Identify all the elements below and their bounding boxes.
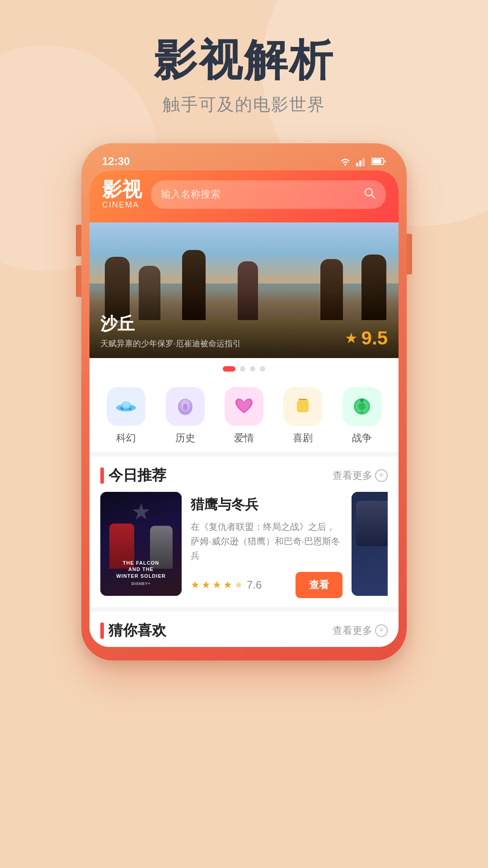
banner-section[interactable]: 沙丘 天赋异禀的少年保罗·厄崔迪被命运指引 ★ 9.5 xyxy=(89,222,399,358)
star-3: ★ xyxy=(212,579,221,591)
section-more-daily[interactable]: 查看更多 + xyxy=(333,469,388,482)
category-comedy-icon xyxy=(283,387,322,426)
section-accent xyxy=(100,467,104,484)
svg-rect-5 xyxy=(372,159,381,164)
signal-icon xyxy=(356,156,367,166)
category-romance-label: 爱情 xyxy=(234,431,254,445)
stars-falcon: ★ ★ ★ ★ ★ xyxy=(191,579,243,591)
category-scifi[interactable]: 科幻 xyxy=(107,387,145,445)
more-circle-daily[interactable]: + xyxy=(375,469,388,482)
battery-icon xyxy=(371,157,386,165)
romance-svg xyxy=(232,394,256,419)
partial-image xyxy=(356,501,388,546)
more-text-daily: 查看更多 xyxy=(333,469,372,482)
daily-recommend-header: 今日推荐 查看更多 + xyxy=(89,457,399,492)
star-4: ★ xyxy=(223,579,232,591)
category-romance[interactable]: 爱情 xyxy=(225,387,263,445)
svg-point-12 xyxy=(123,402,129,407)
guess-like-header: 猜你喜欢 查看更多 + xyxy=(89,612,399,647)
app-header: 影视 CINEMA 输入名称搜索 xyxy=(89,170,399,222)
category-history[interactable]: 历史 xyxy=(166,387,205,445)
guess-title-wrap: 猜你喜欢 xyxy=(100,621,166,641)
svg-rect-22 xyxy=(299,399,307,400)
section-title-daily: 今日推荐 xyxy=(108,466,166,486)
svg-point-14 xyxy=(129,408,131,410)
banner-score: 9.5 xyxy=(361,327,388,349)
movie-footer-falcon: ★ ★ ★ ★ ★ 7.6 查看 xyxy=(191,572,343,598)
svg-point-27 xyxy=(361,411,363,414)
more-circle-guess[interactable]: + xyxy=(375,624,388,637)
dot-2[interactable] xyxy=(240,366,245,372)
banner-info: 沙丘 天赋异禀的少年保罗·厄崔迪被命运指引 ★ 9.5 xyxy=(100,312,388,349)
page-title: 影视解析 xyxy=(0,36,488,84)
svg-rect-2 xyxy=(359,160,361,166)
svg-rect-3 xyxy=(362,158,365,166)
movie-card-falcon[interactable]: ★ THE FALCONAND THEWINTER SOLDIER Disney… xyxy=(100,492,343,598)
svg-point-13 xyxy=(121,407,123,410)
comedy-svg xyxy=(291,394,315,419)
search-bar[interactable]: 输入名称搜索 xyxy=(151,180,386,209)
star-1: ★ xyxy=(191,579,200,591)
category-romance-icon xyxy=(225,387,263,426)
war-svg xyxy=(350,394,374,419)
app-logo-english: CINEMA xyxy=(102,200,142,210)
category-war[interactable]: 战争 xyxy=(343,387,381,445)
svg-point-26 xyxy=(360,399,364,402)
search-placeholder: 输入名称搜索 xyxy=(161,188,221,201)
star-2: ★ xyxy=(202,579,211,591)
category-comedy-label: 喜剧 xyxy=(293,431,313,445)
status-time: 12:30 xyxy=(102,155,130,168)
svg-point-18 xyxy=(183,404,188,410)
banner-dots xyxy=(89,358,399,376)
dot-4[interactable] xyxy=(260,366,265,372)
divider-1 xyxy=(89,452,399,457)
svg-rect-21 xyxy=(297,401,309,412)
watch-button-falcon[interactable]: 查看 xyxy=(296,572,343,598)
category-history-label: 历史 xyxy=(175,431,195,445)
app-logo: 影视 CINEMA xyxy=(102,179,142,210)
movie-card-partial[interactable] xyxy=(352,492,388,598)
movie-desc-falcon: 在《复仇者联盟：终局之战》之后，萨姆·威尔逊（猎鹰）和巴奇·巴恩斯冬兵 xyxy=(191,519,343,563)
movie-title-falcon: 猎鹰与冬兵 xyxy=(191,495,343,514)
banner-image[interactable]: 沙丘 天赋异禀的少年保罗·厄崔迪被命运指引 ★ 9.5 xyxy=(89,222,399,358)
wifi-icon xyxy=(339,156,352,166)
history-svg xyxy=(173,394,197,419)
dot-1[interactable] xyxy=(223,366,235,372)
movie-info-falcon: 猎鹰与冬兵 在《复仇者联盟：终局之战》之后，萨姆·威尔逊（猎鹰）和巴奇·巴恩斯冬… xyxy=(191,492,343,598)
svg-point-25 xyxy=(358,403,366,410)
app-screen: 影视 CINEMA 输入名称搜索 xyxy=(89,170,399,647)
status-icons xyxy=(339,156,386,166)
category-comedy[interactable]: 喜剧 xyxy=(283,387,322,445)
star-5-half: ★ xyxy=(234,579,243,591)
banner-desc: 天赋异禀的少年保罗·厄崔迪被命运指引 xyxy=(100,338,241,349)
banner-rating: ★ 9.5 xyxy=(345,327,388,349)
svg-rect-6 xyxy=(384,160,386,163)
poster-title-text: THE FALCONAND THEWINTER SOLDIER Disney+ xyxy=(105,560,177,586)
poster-star-deco: ★ xyxy=(131,499,151,525)
partial-poster xyxy=(352,492,388,596)
guess-accent xyxy=(100,623,104,639)
search-icon[interactable] xyxy=(363,187,376,203)
section-title-guess: 猜你喜欢 xyxy=(108,621,166,641)
banner-star-icon: ★ xyxy=(345,330,358,347)
svg-line-8 xyxy=(371,195,375,198)
movie-poster-falcon[interactable]: ★ THE FALCONAND THEWINTER SOLDIER Disney… xyxy=(100,492,182,596)
dot-3[interactable] xyxy=(250,366,255,372)
status-bar: 12:30 xyxy=(89,151,399,170)
category-war-label: 战争 xyxy=(352,431,372,445)
section-title-wrap: 今日推荐 xyxy=(100,466,166,486)
page-subtitle: 触手可及的电影世界 xyxy=(0,93,488,116)
section-more-guess[interactable]: 查看更多 + xyxy=(333,624,388,637)
app-logo-chinese: 影视 xyxy=(102,179,142,199)
svg-point-0 xyxy=(344,164,346,165)
banner-title: 沙丘 xyxy=(100,312,241,335)
divider-2 xyxy=(89,607,399,612)
category-scifi-icon xyxy=(107,387,145,426)
more-text-guess: 查看更多 xyxy=(333,624,372,637)
movie-list: ★ THE FALCONAND THEWINTER SOLDIER Disney… xyxy=(89,492,399,607)
phone-mockup: 12:30 xyxy=(0,143,488,660)
scifi-svg xyxy=(114,394,138,419)
category-history-icon xyxy=(166,387,205,426)
svg-rect-1 xyxy=(356,163,358,166)
category-scifi-label: 科幻 xyxy=(116,431,136,445)
